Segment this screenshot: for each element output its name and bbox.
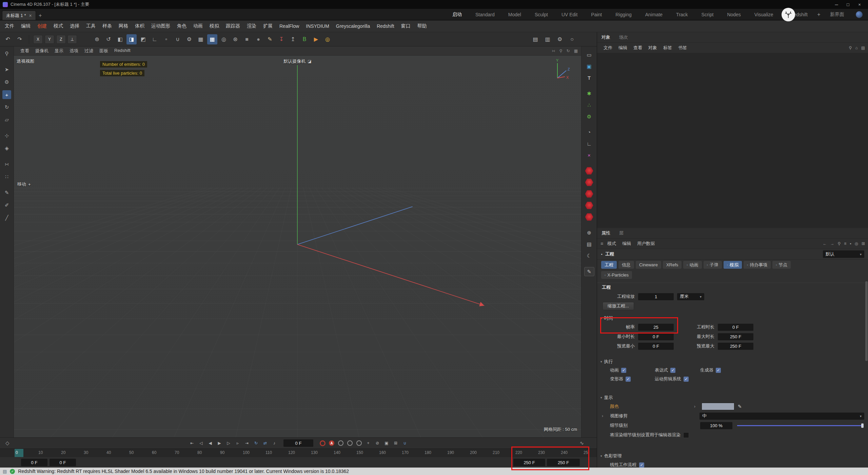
menu-运动图形[interactable]: 运动图形 <box>148 23 174 29</box>
close-button[interactable]: × <box>854 2 865 7</box>
am-menu-模式[interactable]: 模式 <box>604 241 619 247</box>
value-field[interactable]: 0 F <box>718 324 753 331</box>
knife-tool-icon[interactable]: ╱ <box>2 213 11 222</box>
viewport-menu-选项[interactable]: 选项 <box>66 48 81 54</box>
record-scale-icon[interactable] <box>346 439 354 447</box>
render-view-icon[interactable]: ▤ <box>530 34 540 44</box>
am-layout-icon[interactable]: ⊞ <box>862 241 865 246</box>
user-account-icon[interactable] <box>856 11 863 18</box>
emitter-icon[interactable]: ✱ <box>585 89 594 98</box>
layout-tab-Visualize[interactable]: Visualize <box>748 9 780 20</box>
attr-tab-X-Particles[interactable]: ▫X-Particles <box>601 271 632 279</box>
redshift-material-icon[interactable] <box>585 190 594 198</box>
primitive-sphere-icon[interactable]: ● <box>253 34 263 44</box>
redshift-material-icon[interactable] <box>585 201 594 210</box>
menu-网格[interactable]: 网格 <box>115 23 132 29</box>
timeline-ruler[interactable]: 0102030405060708090100110120130140150160… <box>0 449 597 457</box>
ease-icon[interactable]: ◇ <box>5 440 9 446</box>
prev-frame-icon[interactable]: ◀ <box>206 439 214 447</box>
lod-slider[interactable] <box>737 423 864 428</box>
om-menu-对象[interactable]: 对象 <box>645 45 660 51</box>
attr-tab-信息[interactable]: 信息 <box>618 261 634 269</box>
om-menu-书签[interactable]: 书签 <box>675 45 690 51</box>
camera-menu-icon[interactable]: ◪ <box>308 59 311 64</box>
play-icon[interactable]: ▶ <box>215 439 223 447</box>
redo-button[interactable]: ↷ <box>15 34 25 44</box>
snap-magnet-icon[interactable]: ∪ <box>401 439 409 447</box>
range-end-field-2[interactable]: 250 F <box>547 459 580 466</box>
globe-icon[interactable]: ⊕ <box>585 228 594 237</box>
viewport-menu-查看[interactable]: 查看 <box>17 48 32 54</box>
sound-icon[interactable]: ♪ <box>270 439 278 447</box>
menu-创建[interactable]: 创建 <box>34 23 50 29</box>
range-end-field[interactable]: 250 F <box>513 459 545 466</box>
layout-tab-Rigging[interactable]: Rigging <box>609 9 638 20</box>
live-selection-icon[interactable]: ⊚ <box>92 34 102 44</box>
om-menu-标签[interactable]: 标签 <box>660 45 675 51</box>
play-orange-icon[interactable]: ▶ <box>311 34 321 44</box>
snap-grid-icon[interactable]: ▦ <box>207 34 217 44</box>
menu-帮助[interactable]: 帮助 <box>414 23 430 29</box>
matrix-icon[interactable]: ∴ <box>585 101 594 109</box>
loop-icon[interactable]: ↻ <box>252 439 260 447</box>
am-lock-icon[interactable]: ▪ <box>850 241 851 246</box>
magnet-pink-icon[interactable]: × <box>585 151 594 159</box>
hamburger-icon[interactable]: ≡ <box>600 241 603 246</box>
pen-tool-icon[interactable]: ✐ <box>2 201 11 210</box>
om-search-icon[interactable]: ⚲ <box>849 45 852 50</box>
select-tool-icon[interactable]: ➤ <box>2 65 11 74</box>
viewport-menu-摄像机[interactable]: 摄像机 <box>32 48 52 54</box>
viewport-rotate-icon[interactable]: ↻ <box>567 49 570 53</box>
menu-跟踪器[interactable]: 跟踪器 <box>222 23 243 29</box>
clapper-icon[interactable]: ▤ <box>585 240 594 248</box>
add-layout-button[interactable]: + <box>814 10 823 19</box>
viewport-canvas[interactable]: 透视视图 Number of emitters: 0 Total live pa… <box>14 56 581 437</box>
layout-tab-Sculpt[interactable]: Sculpt <box>528 9 555 20</box>
minimize-button[interactable]: ─ <box>831 2 842 7</box>
record-keyframe-icon[interactable] <box>318 439 327 447</box>
om-menu-文件[interactable]: 文件 <box>600 45 615 51</box>
am-menu-用户数据[interactable]: 用户数据 <box>634 241 658 247</box>
menu-动画[interactable]: 动画 <box>190 23 206 29</box>
am-menu-编辑[interactable]: 编辑 <box>619 241 634 247</box>
attr-tab-工程[interactable]: 工程 <box>601 261 617 269</box>
record-pla-icon[interactable]: ⊘ <box>373 439 381 447</box>
menu-模拟[interactable]: 模拟 <box>206 23 222 29</box>
am-forward-icon[interactable]: → <box>830 241 834 246</box>
attr-tab-XRefs[interactable]: XRefs <box>663 261 682 269</box>
expand-icon[interactable]: › <box>694 404 695 409</box>
next-frame-icon[interactable]: ▷ <box>224 439 233 447</box>
menu-Greyscalegorilla[interactable]: Greyscalegorilla <box>333 23 373 29</box>
gear-circle-icon[interactable]: ⊛ <box>230 34 240 44</box>
primitive-cube-icon[interactable]: ■ <box>242 34 252 44</box>
layout-tab-Track[interactable]: Track <box>669 9 694 20</box>
keyframe-selection-icon[interactable]: ▣ <box>382 439 391 447</box>
brush-tool-icon[interactable]: ✎ <box>2 188 11 197</box>
dots-tool-icon[interactable]: ∷ <box>2 172 11 181</box>
变形器-checkbox[interactable]: ✓ <box>626 377 631 382</box>
value-field[interactable]: 0 F <box>638 343 674 350</box>
am-search-icon[interactable]: ⚲ <box>837 241 841 246</box>
gear-icon[interactable]: ⚙ <box>184 34 194 44</box>
am-back-icon[interactable]: ← <box>823 241 827 246</box>
attr-tab-待办事项[interactable]: ▫待办事项 <box>744 261 771 269</box>
autokey-icon[interactable]: A <box>328 439 336 447</box>
attr-tab-子弹[interactable]: ▫子弹 <box>704 261 722 269</box>
menu-窗口[interactable]: 窗口 <box>398 23 414 29</box>
pen-active-icon[interactable]: ✎ <box>584 267 594 276</box>
layout-tab-Nodes[interactable]: Nodes <box>720 9 747 20</box>
grid-icon[interactable]: ▦ <box>196 34 206 44</box>
maximize-button[interactable]: □ <box>842 2 854 7</box>
close-tab-icon[interactable]: × <box>29 13 32 18</box>
zoom-tool-icon[interactable]: ⚲ <box>2 49 11 58</box>
layout-tab-Paint[interactable]: Paint <box>584 9 609 20</box>
om-menu-编辑[interactable]: 编辑 <box>615 45 630 51</box>
redshift-material-icon[interactable] <box>585 213 594 221</box>
layout-tab-Standard[interactable]: Standard <box>469 9 501 20</box>
menu-文件[interactable]: 文件 <box>1 23 18 29</box>
menu-角色[interactable]: 角色 <box>174 23 190 29</box>
layout-tab-Script[interactable]: Script <box>695 9 721 20</box>
expand-icon[interactable]: › <box>602 414 610 418</box>
attr-tab-模拟[interactable]: ▫模拟 <box>724 261 742 269</box>
layout-tab-Animate[interactable]: Animate <box>638 9 669 20</box>
